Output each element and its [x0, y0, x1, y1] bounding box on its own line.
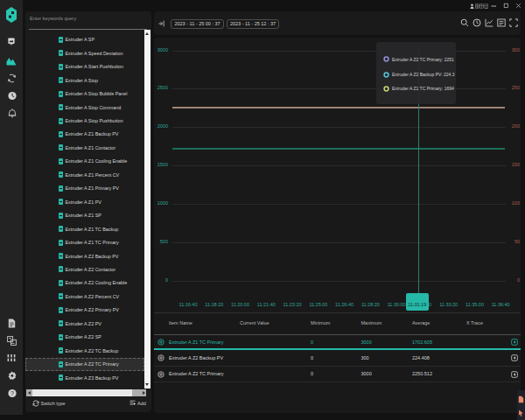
svg-text:?: ?	[10, 390, 14, 396]
